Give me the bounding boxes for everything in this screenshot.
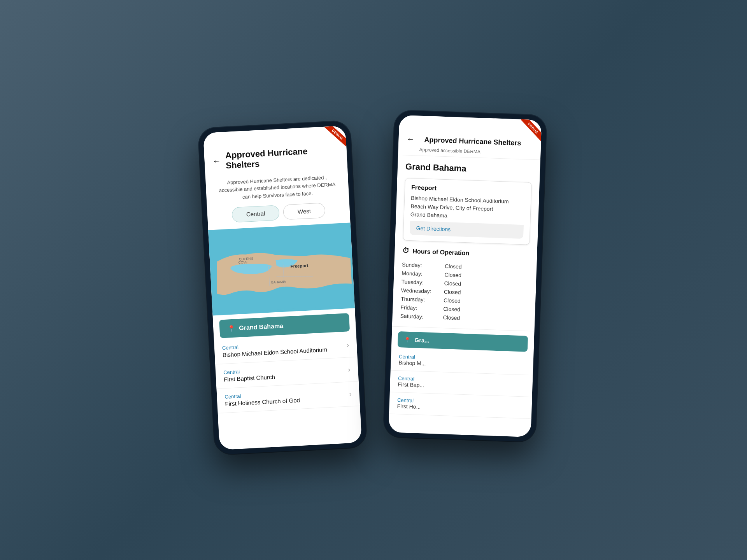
map-area-1: QUEEN'S COVE Freeport BAHAMIA xyxy=(208,223,355,316)
chevron-icon-2: › xyxy=(348,366,351,374)
tab-west[interactable]: West xyxy=(283,203,326,220)
tab-central[interactable]: Central xyxy=(231,205,280,222)
app-content-1: ← Approved Hurricane Shelters Approved H… xyxy=(203,126,362,450)
grand-bahama-label: Grand Bahama xyxy=(239,322,284,332)
hours-time-2: Closed xyxy=(444,280,461,287)
app-content-2: ← Approved Hurricane Shelters Approved a… xyxy=(388,115,542,437)
back-button-2[interactable]: ← xyxy=(406,134,415,145)
hours-time-4: Closed xyxy=(444,297,461,304)
phones-container: ← Approved Hurricane Shelters Approved H… xyxy=(206,117,541,443)
debug-badge-2 xyxy=(517,119,542,144)
chevron-icon-1: › xyxy=(346,341,349,349)
svg-text:BAHAMIA: BAHAMIA xyxy=(271,280,286,284)
hours-time-3: Closed xyxy=(444,289,461,296)
hours-day-5: Friday: xyxy=(400,304,443,312)
phone-1-screen: ← Approved Hurricane Shelters Approved H… xyxy=(203,126,362,450)
list-item-content-2: Central First Baptist Church xyxy=(223,363,348,383)
pin-icon-1: 📍 xyxy=(227,325,235,332)
page-title-1: Approved Hurricane Shelters xyxy=(225,145,339,171)
region-section: Grand Bahama Freeport Bishop Michael Eld… xyxy=(395,155,540,252)
chevron-icon-3: › xyxy=(349,390,352,398)
grand-bahama-label-2: Gra... xyxy=(414,337,430,344)
phone-2: ← Approved Hurricane Shelters Approved a… xyxy=(384,110,547,442)
hours-title: Hours of Operation xyxy=(412,248,469,257)
partial-item-3[interactable]: Central First Ho... xyxy=(389,392,532,419)
list-item-content-1: Central Bishop Michael Eldon School Audi… xyxy=(222,339,347,359)
grand-bahama-header-2[interactable]: 📍 Gra... xyxy=(398,331,528,352)
hours-time-0: Closed xyxy=(445,263,462,270)
hours-day-2: Tuesday: xyxy=(401,278,444,286)
get-directions-button[interactable]: Get Directions xyxy=(410,221,524,239)
address-city: Freeport xyxy=(411,184,525,195)
hours-table: Sunday: Closed Monday: Closed Tuesday: C… xyxy=(400,260,529,324)
hours-day-6: Saturday: xyxy=(400,313,443,320)
back-button-1[interactable]: ← xyxy=(212,156,221,166)
hours-time-1: Closed xyxy=(444,271,461,278)
list-item-content-3: Central First Holiness Church of God xyxy=(224,388,349,408)
clock-icon: ⏱ xyxy=(402,247,410,255)
debug-badge-1 xyxy=(322,126,347,150)
hours-day-1: Monday: xyxy=(402,270,444,278)
phone-1: ← Approved Hurricane Shelters Approved H… xyxy=(198,121,366,455)
svg-text:Freeport: Freeport xyxy=(290,263,308,269)
hours-time-5: Closed xyxy=(443,306,460,313)
hours-day-0: Sunday: xyxy=(402,261,445,269)
address-venue: Bishop Michael Eldon School Auditorium B… xyxy=(410,194,524,222)
map-svg-1: QUEEN'S COVE Freeport BAHAMIA xyxy=(208,223,355,316)
svg-text:COVE: COVE xyxy=(238,260,248,264)
location-list-1: 📍 Grand Bahama Central Bishop Michael El… xyxy=(213,308,362,450)
hours-time-6: Closed xyxy=(443,314,460,321)
phone-2-screen: ← Approved Hurricane Shelters Approved a… xyxy=(388,115,542,437)
hours-section: ⏱ Hours of Operation Sunday: Closed Mond… xyxy=(392,247,537,325)
region-title: Grand Bahama xyxy=(405,161,533,176)
hours-day-3: Wednesday: xyxy=(401,287,444,295)
hours-day-4: Thursday: xyxy=(401,296,444,303)
detail-header-title: Approved Hurricane Shelters xyxy=(424,136,521,147)
detail-subtitle: Approved accessible DERMA xyxy=(406,147,533,156)
address-card: Freeport Bishop Michael Eldon School Aud… xyxy=(403,178,531,245)
partial-list: 📍 Gra... Central Bishop M... Central Fir… xyxy=(389,326,535,419)
pin-icon-2: 📍 xyxy=(404,336,411,343)
